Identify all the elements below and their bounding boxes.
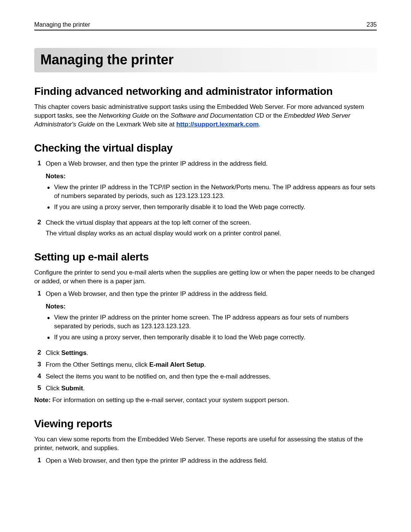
step-number: 2	[34, 349, 41, 358]
step-number: 1	[34, 160, 41, 216]
page-number: 235	[366, 21, 377, 28]
step-number: 4	[34, 372, 41, 381]
step-text: Open a Web browser, and then type the pr…	[46, 160, 268, 167]
list-item: 5 Click Submit.	[34, 384, 377, 393]
heading-advanced-networking: Finding advanced networking and administ…	[34, 85, 377, 97]
running-header: Managing the printer 235	[34, 21, 377, 30]
list-item: 2 Check the virtual display that appears…	[34, 219, 377, 238]
intro-paragraph: This chapter covers basic administrative…	[34, 103, 377, 129]
note-bullet: View the printer IP address on the print…	[54, 313, 377, 331]
intro-paragraph: Configure the printer to send you e‑mail…	[34, 268, 377, 286]
step-text: Click Submit.	[46, 384, 377, 393]
step-text: Select the items you want to be notified…	[46, 372, 377, 381]
step-subtext: The virtual display works as an actual d…	[46, 229, 377, 238]
notes-label: Notes:	[46, 302, 377, 311]
step-number: 1	[34, 457, 41, 465]
section-viewing-reports: Viewing reports You can view some report…	[34, 418, 377, 465]
list-item: 1 Open a Web browser, and then type the …	[34, 160, 377, 216]
running-title: Managing the printer	[34, 21, 90, 28]
step-text: From the Other Settings menu, click E‑ma…	[46, 361, 377, 369]
note-bullet: View the printer IP address in the TCP/I…	[54, 183, 377, 201]
page-title: Managing the printer	[40, 52, 371, 68]
step-number: 2	[34, 219, 41, 238]
section-virtual-display: Checking the virtual display 1 Open a We…	[34, 142, 377, 238]
step-text: Open a Web browser, and then type the pr…	[46, 290, 268, 297]
support-link[interactable]: http://support.lexmark.com	[176, 121, 259, 128]
intro-paragraph: You can view some reports from the Embed…	[34, 435, 377, 453]
notes-label: Notes:	[46, 172, 377, 181]
list-item: 2 Click Settings.	[34, 349, 377, 358]
trailing-note: Note: For information on setting up the …	[34, 396, 377, 405]
step-text: Check the virtual display that appears a…	[46, 219, 251, 226]
step-text: Click Settings.	[46, 349, 377, 358]
note-bullet: If you are using a proxy server, then te…	[54, 203, 377, 212]
section-email-alerts: Setting up e‑mail alerts Configure the p…	[34, 251, 377, 404]
heading-virtual-display: Checking the virtual display	[34, 142, 377, 154]
heading-email-alerts: Setting up e‑mail alerts	[34, 251, 377, 263]
heading-viewing-reports: Viewing reports	[34, 418, 377, 430]
page: Managing the printer 235 Managing the pr…	[0, 0, 411, 532]
list-item: 1 Open a Web browser, and then type the …	[34, 290, 377, 346]
step-number: 3	[34, 361, 41, 369]
section-advanced-networking: Finding advanced networking and administ…	[34, 85, 377, 129]
step-number: 5	[34, 384, 41, 393]
list-item: 4 Select the items you want to be notifi…	[34, 372, 377, 381]
note-bullet: If you are using a proxy server, then te…	[54, 333, 377, 342]
list-item: 3 From the Other Settings menu, click E‑…	[34, 361, 377, 369]
page-title-bar: Managing the printer	[34, 48, 377, 72]
step-text: Open a Web browser, and then type the pr…	[46, 457, 377, 465]
step-number: 1	[34, 290, 41, 346]
list-item: 1 Open a Web browser, and then type the …	[34, 457, 377, 465]
